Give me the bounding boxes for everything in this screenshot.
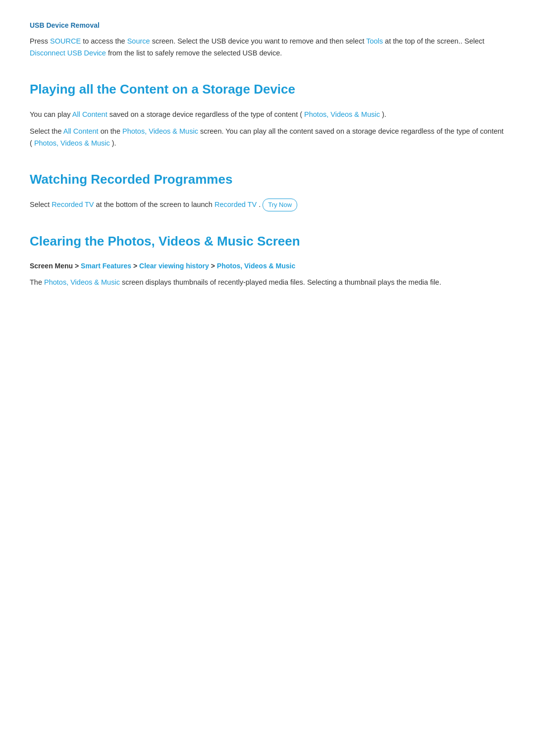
usb-para-mid3: at the top of the screen.. Select [385,37,484,45]
clearing-para: The Photos, Videos & Music screen displa… [30,277,505,289]
separator-dot: . [259,201,263,208]
breadcrumb-photos-music: Photos, Videos & Music [217,262,295,270]
playing-para1-mid: saved on a storage device regardless of … [109,110,302,118]
breadcrumb: Screen Menu > Smart Features > Clear vie… [30,260,505,271]
recorded-tv-link-1: Recorded TV [52,201,94,208]
all-content-link-1: All Content [72,110,107,118]
clearing-section: Clearing the Photos, Videos & Music Scre… [30,231,505,289]
breadcrumb-sep-1: > [75,262,81,270]
usb-section-title: USB Device Removal [30,20,505,31]
watching-section: Watching Recorded Programmes Select Reco… [30,169,505,211]
playing-para1-suffix: ). [382,110,386,118]
usb-para-mid1: to access the [83,37,127,45]
source-link: Source [127,37,150,45]
usb-para-mid2: screen. Select the USB device you want t… [152,37,367,45]
photos-videos-music-link-3: Photos, Videos & Music [34,139,110,147]
photos-videos-music-link-1: Photos, Videos & Music [304,110,380,118]
watching-para-mid: at the bottom of the screen to launch [96,201,214,208]
watching-para: Select Recorded TV at the bottom of the … [30,199,505,211]
playing-para2-suffix: ). [112,139,116,147]
all-content-link-2: All Content [63,127,99,135]
playing-para2-prefix: Select the [30,127,63,135]
recorded-tv-link-2: Recorded TV [214,201,257,208]
clearing-para-prefix: The [30,278,44,286]
playing-para1-prefix: You can play [30,110,72,118]
photos-videos-music-link-2: Photos, Videos & Music [122,127,198,135]
playing-para2: Select the All Content on the Photos, Vi… [30,126,505,150]
photos-videos-music-link-clearing: Photos, Videos & Music [44,278,120,286]
tools-link: Tools [366,37,383,45]
breadcrumb-smart-features: Smart Features [81,262,131,270]
clearing-section-title: Clearing the Photos, Videos & Music Scre… [30,231,505,252]
playing-para2-mid1: on the [101,127,122,135]
usb-section-paragraph: Press SOURCE to access the Source screen… [30,36,505,59]
watching-para-prefix: Select [30,201,52,208]
playing-para1: You can play All Content saved on a stor… [30,109,505,121]
source-keyword: SOURCE [50,37,81,45]
playing-section-title: Playing all the Content on a Storage Dev… [30,79,505,100]
breadcrumb-screen-menu: Screen Menu [30,262,73,270]
watching-section-title: Watching Recorded Programmes [30,169,505,190]
usb-para-suffix: from the list to safely remove the selec… [108,49,282,57]
disconnect-usb-link: Disconnect USB Device [30,49,106,57]
clearing-para-suffix: screen displays thumbnails of recently-p… [122,278,441,286]
try-now-button[interactable]: Try Now [263,199,297,211]
breadcrumb-sep-3: > [211,262,217,270]
breadcrumb-sep-2: > [133,262,139,270]
breadcrumb-clear-history: Clear viewing history [139,262,209,270]
usb-device-removal-section: USB Device Removal Press SOURCE to acces… [30,20,505,59]
playing-section: Playing all the Content on a Storage Dev… [30,79,505,149]
